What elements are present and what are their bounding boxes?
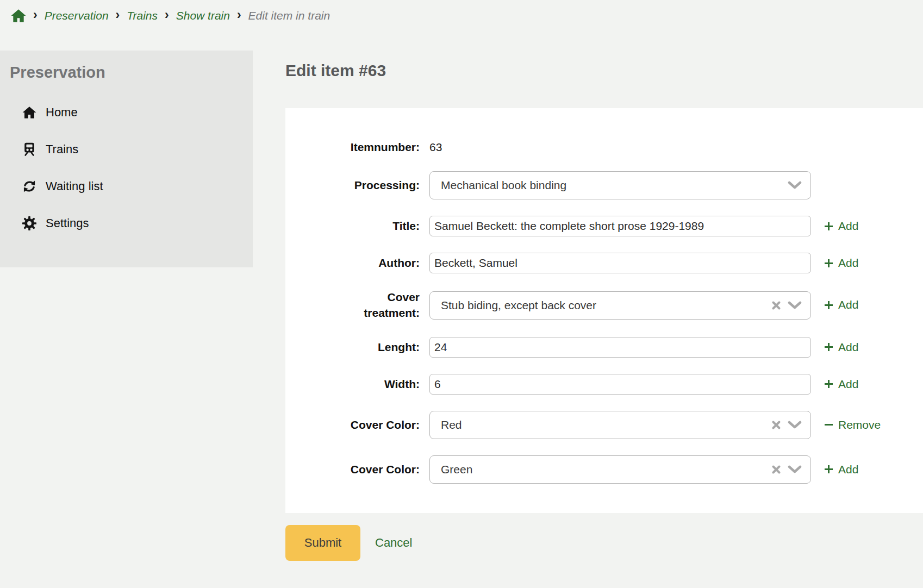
form-row-title: Title: Add [285, 216, 923, 236]
remove-link-label: Remove [838, 418, 881, 431]
edit-item-form: Itemnumber: 63 Processing: Mechanical bo… [285, 108, 923, 513]
add-width-link[interactable]: Add [824, 378, 858, 391]
form-actions: Submit Cancel [285, 525, 923, 561]
lenght-input[interactable] [429, 337, 811, 358]
sidebar-title: Preservation [10, 64, 253, 82]
form-row-width: Width: Add [285, 374, 923, 395]
clear-x-icon[interactable] [771, 465, 781, 474]
add-title-link[interactable]: Add [824, 220, 858, 233]
author-input[interactable] [429, 253, 811, 273]
width-input[interactable] [429, 374, 811, 395]
field-label: Author: [285, 255, 420, 271]
add-cover-color-link[interactable]: Add [824, 463, 858, 476]
field-label: Cover Color: [285, 462, 420, 477]
clear-x-icon[interactable] [771, 301, 781, 310]
add-link-label: Add [838, 378, 858, 391]
page-title: Edit item #63 [285, 61, 923, 80]
submit-button[interactable]: Submit [285, 525, 360, 561]
plus-icon [824, 379, 833, 389]
form-row-itemnumber: Itemnumber: 63 [285, 140, 923, 155]
field-label: Cover Color: [285, 417, 420, 433]
cover-color-select-1[interactable]: Red [429, 411, 811, 439]
page: › Preservation › Trains › Show train › E… [0, 0, 923, 588]
cover-color-select-1-value: Red [441, 418, 462, 431]
chevron-down-icon[interactable] [788, 465, 802, 474]
breadcrumb-separator: › [33, 9, 38, 23]
form-row-cover-treatment: Cover treatment: Stub biding, except bac… [285, 290, 923, 321]
add-cover-treatment-link[interactable]: Add [824, 298, 858, 311]
processing-select-value: Mechanical book binding [441, 179, 566, 192]
sidebar-item-label: Home [46, 105, 78, 120]
breadcrumb-separator: › [116, 9, 120, 23]
breadcrumb-link-trains[interactable]: Trains [127, 9, 158, 22]
home-icon [11, 9, 26, 23]
plus-icon [824, 222, 833, 231]
sidebar-item-trains[interactable]: Trains [0, 137, 253, 162]
sidebar-item-settings[interactable]: Settings [0, 211, 253, 236]
field-label: Itemnumber: [285, 140, 420, 155]
sidebar-item-waiting-list[interactable]: Waiting list [0, 174, 253, 199]
sidebar-item-label: Settings [46, 216, 89, 230]
sidebar: Preservation Home Trains [0, 51, 253, 267]
plus-icon [824, 259, 833, 268]
form-row-author: Author: Add [285, 253, 923, 273]
cover-treatment-select[interactable]: Stub biding, except back cover [429, 291, 811, 320]
train-icon [22, 142, 37, 157]
itemnumber-value: 63 [429, 141, 442, 153]
cover-color-select-2-value: Green [441, 463, 472, 476]
processing-select[interactable]: Mechanical book binding [429, 171, 811, 199]
plus-icon [824, 465, 833, 474]
field-label: Cover treatment: [348, 290, 420, 321]
title-input[interactable] [429, 216, 811, 236]
recycle-icon [22, 179, 37, 193]
add-link-label: Add [838, 341, 858, 354]
field-label: Title: [285, 218, 420, 234]
add-link-label: Add [838, 298, 858, 311]
cover-treatment-select-value: Stub biding, except back cover [441, 299, 596, 312]
sidebar-item-label: Trains [46, 142, 78, 157]
minus-icon [824, 420, 833, 429]
breadcrumb-home-link[interactable] [11, 9, 26, 23]
field-label: Lenght: [285, 340, 420, 355]
add-lenght-link[interactable]: Add [824, 341, 858, 354]
form-row-lenght: Lenght: Add [285, 337, 923, 358]
sidebar-item-home[interactable]: Home [0, 100, 253, 125]
form-row-cover-color-2: Cover Color: Green Ad [285, 455, 923, 484]
cancel-link[interactable]: Cancel [375, 536, 412, 550]
home-icon [22, 106, 37, 119]
chevron-down-icon[interactable] [788, 181, 802, 190]
cover-color-select-2[interactable]: Green [429, 455, 811, 484]
add-link-label: Add [838, 257, 858, 270]
chevron-down-icon[interactable] [788, 421, 802, 429]
breadcrumb-separator: › [165, 9, 169, 23]
plus-icon [824, 342, 833, 352]
main-content: Edit item #63 Itemnumber: 63 Processing:… [285, 0, 923, 561]
form-row-processing: Processing: Mechanical book binding [285, 171, 923, 199]
breadcrumb-link-show-train[interactable]: Show train [176, 9, 230, 22]
breadcrumb-separator: › [237, 9, 241, 23]
sidebar-item-label: Waiting list [46, 179, 103, 193]
add-author-link[interactable]: Add [824, 257, 858, 270]
remove-cover-color-link[interactable]: Remove [824, 418, 881, 431]
breadcrumb-link-preservation[interactable]: Preservation [45, 9, 109, 22]
clear-x-icon[interactable] [771, 420, 781, 430]
chevron-down-icon[interactable] [788, 301, 802, 310]
form-row-cover-color-1: Cover Color: Red Remo [285, 411, 923, 439]
plus-icon [824, 301, 833, 310]
add-link-label: Add [838, 463, 858, 476]
field-label: Width: [285, 377, 420, 392]
gear-icon [22, 216, 37, 230]
field-label: Processing: [285, 178, 420, 193]
add-link-label: Add [838, 220, 858, 233]
